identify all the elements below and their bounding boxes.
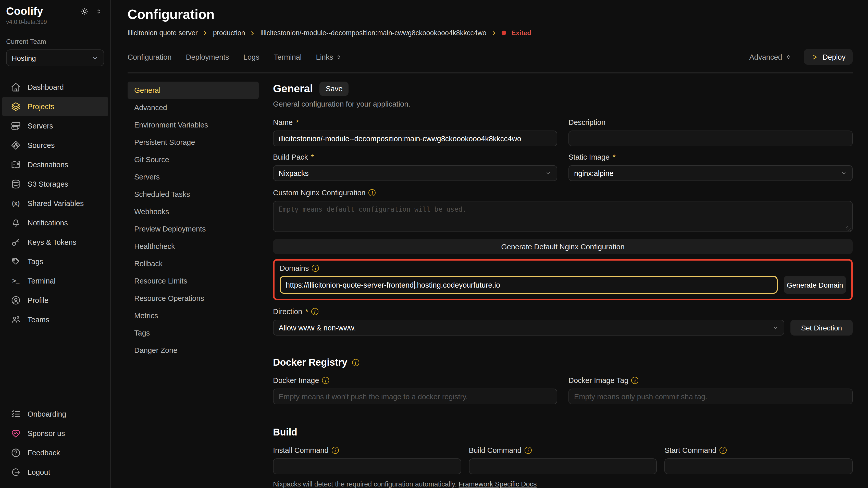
subnav-item-persistent-storage[interactable]: Persistent Storage bbox=[128, 134, 259, 151]
sidebar-item-logout[interactable]: Logout bbox=[0, 462, 110, 482]
info-icon[interactable]: i bbox=[322, 377, 330, 384]
domains-value-after-caret: .hosting.codeyourfuture.io bbox=[415, 281, 500, 289]
tab-logs[interactable]: Logs bbox=[243, 53, 259, 61]
set-direction-button[interactable]: Set Direction bbox=[790, 320, 853, 335]
info-icon[interactable]: i bbox=[631, 377, 639, 384]
static-image-value: nginx:alpine bbox=[574, 169, 614, 177]
direction-value: Allow www & non-www. bbox=[279, 324, 356, 332]
sidebar: Coolify v4.0.0-beta.399 Current Team Hos… bbox=[0, 0, 111, 488]
tab-links[interactable]: Links bbox=[316, 53, 342, 61]
subnav-item-webhooks[interactable]: Webhooks bbox=[128, 203, 259, 220]
build-command-label: Build Command bbox=[469, 446, 521, 454]
subnav-item-danger-zone[interactable]: Danger Zone bbox=[128, 341, 259, 359]
start-command-input[interactable] bbox=[665, 458, 853, 474]
subnav-item-resource-limits[interactable]: Resource Limits bbox=[128, 272, 259, 290]
subnav-item-healthcheck[interactable]: Healthcheck bbox=[128, 238, 259, 255]
sidebar-item-destinations[interactable]: Destinations bbox=[0, 155, 110, 174]
breadcrumb-project[interactable]: illicitonion quote server bbox=[128, 29, 198, 37]
info-icon[interactable]: i bbox=[311, 308, 318, 315]
subnav-item-git-source[interactable]: Git Source bbox=[128, 151, 259, 168]
nixpacks-note-text: Nixpacks will detect the required config… bbox=[273, 480, 457, 488]
info-icon[interactable]: i bbox=[352, 359, 359, 366]
checklist-icon bbox=[11, 409, 21, 419]
subnav-item-preview-deployments[interactable]: Preview Deployments bbox=[128, 220, 259, 238]
name-input[interactable] bbox=[273, 131, 557, 147]
sidebar-item-s3-storages[interactable]: S3 Storages bbox=[0, 174, 110, 194]
subnav-item-resource-operations[interactable]: Resource Operations bbox=[128, 290, 259, 307]
breadcrumb-environment[interactable]: production bbox=[213, 29, 245, 37]
subnav-item-scheduled-tasks[interactable]: Scheduled Tasks bbox=[128, 186, 259, 203]
build-pack-value: Nixpacks bbox=[279, 169, 309, 177]
docker-image-input[interactable] bbox=[273, 389, 557, 404]
build-command-input[interactable] bbox=[469, 458, 657, 474]
sidebar-item-feedback[interactable]: Feedback bbox=[0, 443, 110, 462]
subnav-item-general[interactable]: General bbox=[128, 82, 259, 99]
info-icon[interactable]: i bbox=[525, 447, 532, 454]
direction-select[interactable]: Allow www & non-www. bbox=[273, 320, 784, 335]
map-icon bbox=[11, 160, 21, 170]
info-icon[interactable]: i bbox=[719, 447, 727, 454]
theme-sun-icon[interactable] bbox=[81, 7, 89, 15]
generate-nginx-button[interactable]: Generate Default Nginx Configuration bbox=[273, 239, 853, 254]
coolify-app: Coolify v4.0.0-beta.399 Current Team Hos… bbox=[0, 0, 868, 488]
status-dot bbox=[502, 31, 506, 35]
info-icon[interactable]: i bbox=[369, 189, 376, 196]
sidebar-item-notifications[interactable]: Notifications bbox=[0, 213, 110, 232]
install-command-label: Install Command bbox=[273, 446, 329, 454]
tab-configuration[interactable]: Configuration bbox=[128, 53, 172, 61]
sidebar-nav: Dashboard Projects Servers Sources Desti… bbox=[0, 77, 110, 329]
chevron-down-icon bbox=[545, 170, 552, 176]
heart-handshake-icon bbox=[11, 428, 21, 438]
docker-image-tag-input[interactable] bbox=[568, 389, 853, 404]
sidebar-item-projects[interactable]: Projects bbox=[2, 97, 108, 116]
subnav-item-metrics[interactable]: Metrics bbox=[128, 307, 259, 324]
domains-input[interactable]: https://illicitonion-quote-server-fronte… bbox=[280, 276, 778, 294]
tab-deployments[interactable]: Deployments bbox=[186, 53, 229, 61]
sidebar-item-teams[interactable]: Teams bbox=[0, 310, 110, 329]
app-version: v4.0.0-beta.399 bbox=[0, 17, 110, 25]
main-area: Configuration illicitonion quote server … bbox=[111, 0, 868, 488]
sidebar-item-terminal[interactable]: >_ Terminal bbox=[0, 271, 110, 291]
sidebar-item-dashboard[interactable]: Dashboard bbox=[0, 77, 110, 97]
description-input[interactable] bbox=[568, 131, 853, 147]
status-badge: Exited bbox=[511, 29, 531, 37]
team-select[interactable]: Hosting bbox=[6, 50, 104, 66]
sidebar-item-label: Teams bbox=[28, 316, 49, 324]
parentheses-x-icon: (x) bbox=[11, 198, 21, 208]
subnav-item-servers[interactable]: Servers bbox=[128, 168, 259, 186]
resize-handle[interactable] bbox=[846, 226, 851, 231]
sidebar-item-servers[interactable]: Servers bbox=[0, 116, 110, 136]
save-button[interactable]: Save bbox=[319, 82, 348, 96]
chevron-right-icon bbox=[203, 30, 208, 35]
version-switch-chevrons-icon[interactable] bbox=[95, 8, 102, 14]
current-team-label: Current Team bbox=[6, 38, 104, 45]
generate-domain-button[interactable]: Generate Domain bbox=[784, 276, 846, 294]
sidebar-item-sponsor-us[interactable]: Sponsor us bbox=[0, 424, 110, 443]
breadcrumb-application[interactable]: illicitestonion/-module--decomposition:m… bbox=[260, 29, 486, 37]
subnav-item-tags[interactable]: Tags bbox=[128, 324, 259, 341]
subnav-item-advanced[interactable]: Advanced bbox=[128, 99, 259, 116]
static-image-field: Static Image* nginx:alpine bbox=[568, 153, 853, 181]
install-command-input[interactable] bbox=[273, 458, 461, 474]
sidebar-item-profile[interactable]: Profile bbox=[0, 291, 110, 310]
custom-nginx-textarea[interactable] bbox=[273, 201, 853, 232]
sidebar-item-tags[interactable]: Tags bbox=[0, 252, 110, 271]
database-icon bbox=[11, 179, 21, 189]
tabbar: Configuration Deployments Logs Terminal … bbox=[128, 49, 853, 65]
deploy-button[interactable]: Deploy bbox=[804, 49, 853, 65]
info-icon[interactable]: i bbox=[332, 447, 339, 454]
sidebar-item-onboarding[interactable]: Onboarding bbox=[0, 404, 110, 424]
chevrons-up-down-icon bbox=[336, 54, 342, 60]
framework-docs-link[interactable]: Framework Specific Docs bbox=[459, 480, 536, 488]
subnav-item-rollback[interactable]: Rollback bbox=[128, 255, 259, 272]
build-pack-select[interactable]: Nixpacks bbox=[273, 165, 557, 181]
advanced-dropdown[interactable]: Advanced bbox=[749, 53, 792, 61]
sidebar-item-sources[interactable]: Sources bbox=[0, 136, 110, 155]
sidebar-item-keys-tokens[interactable]: Keys & Tokens bbox=[0, 232, 110, 252]
info-icon[interactable]: i bbox=[312, 265, 319, 272]
static-image-select[interactable]: nginx:alpine bbox=[568, 165, 853, 181]
docker-image-label: Docker Image bbox=[273, 376, 319, 385]
sidebar-item-shared-variables[interactable]: (x) Shared Variables bbox=[0, 194, 110, 213]
tab-terminal[interactable]: Terminal bbox=[274, 53, 302, 61]
subnav-item-environment-variables[interactable]: Environment Variables bbox=[128, 116, 259, 134]
